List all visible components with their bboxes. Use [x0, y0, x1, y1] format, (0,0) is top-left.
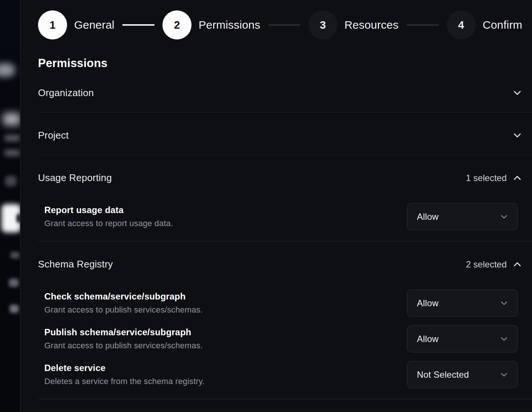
blurred-nav-pill	[0, 63, 15, 77]
permission-row: Publish schema/service/subgraph Grant ac…	[38, 325, 532, 352]
permission-description: Deletes a service from the schema regist…	[44, 377, 205, 386]
step-label: Resources	[345, 19, 399, 31]
wizard-panel: 1 General 2 Permissions 3 Resources 4 Co…	[20, 0, 532, 412]
app-root: 1 General 2 Permissions 3 Resources 4 Co…	[0, 0, 532, 412]
permission-select[interactable]: Allow	[407, 289, 518, 317]
selected-count-badge: 2 selected	[466, 259, 507, 270]
chevron-down-icon	[500, 299, 509, 308]
permission-text: Check schema/service/subgraph Grant acce…	[44, 291, 203, 315]
section-header-right	[512, 130, 522, 140]
page-title: Permissions	[38, 57, 532, 70]
chevron-down-icon	[500, 212, 509, 221]
section-divider	[38, 399, 532, 399]
permission-description: Grant access to publish services/schemas…	[44, 341, 203, 351]
section-header-right: 2 selected	[466, 259, 522, 270]
stepper-step-confirm[interactable]: 4 Confirm	[447, 10, 522, 39]
blurred-text-line	[4, 135, 20, 141]
section-title: Schema Registry	[38, 259, 113, 270]
permission-section-organization: Organization	[38, 70, 532, 112]
chevron-down-icon	[500, 335, 509, 343]
section-header[interactable]: Project	[38, 112, 532, 155]
permission-row: Delete service Deletes a service from th…	[38, 361, 532, 388]
blurred-square-icon	[5, 176, 16, 186]
permission-text: Delete service Deletes a service from th…	[44, 363, 205, 386]
select-value: Not Selected	[417, 370, 469, 380]
stepper-step-permissions[interactable]: 2 Permissions	[162, 10, 260, 39]
permission-title: Report usage data	[44, 205, 173, 215]
permission-sections: Organization Project Usage Rep	[38, 70, 532, 399]
permission-title: Check schema/service/subgraph	[44, 291, 203, 302]
section-header[interactable]: Schema Registry 2 selected	[38, 241, 532, 270]
step-label: General	[74, 19, 114, 31]
permission-row: Report usage data Grant access to report…	[38, 203, 532, 230]
chevron-down-icon	[500, 370, 509, 379]
section-title: Project	[38, 130, 69, 141]
blurred-text-bold	[3, 113, 20, 126]
step-connector	[122, 24, 155, 26]
permission-rows: Check schema/service/subgraph Grant acce…	[38, 289, 532, 388]
blurred-letter	[16, 214, 20, 223]
chevron-down-icon[interactable]	[512, 130, 522, 140]
step-connector	[406, 24, 439, 26]
step-label: Permissions	[199, 19, 260, 31]
chevron-up-icon[interactable]	[512, 173, 522, 183]
permission-select[interactable]: Allow	[407, 203, 518, 230]
section-header-right	[512, 88, 522, 98]
chevron-down-icon[interactable]	[512, 88, 522, 98]
permission-title: Publish schema/service/subgraph	[44, 327, 203, 337]
blurred-text-line	[10, 305, 19, 313]
wizard-stepper: 1 General 2 Permissions 3 Resources 4 Co…	[38, 10, 532, 39]
step-number: 2	[162, 10, 191, 39]
stepper-step-resources[interactable]: 3 Resources	[308, 10, 399, 39]
select-value: Allow	[417, 298, 438, 308]
permission-select[interactable]: Not Selected	[407, 361, 518, 388]
select-value: Allow	[417, 334, 438, 344]
blurred-app-background	[0, 0, 20, 412]
permission-text: Report usage data Grant access to report…	[44, 205, 173, 228]
section-header[interactable]: Organization	[38, 70, 532, 112]
section-title: Usage Reporting	[38, 172, 112, 184]
permission-section-project: Project	[38, 112, 532, 155]
chevron-up-icon[interactable]	[512, 259, 522, 269]
permission-row: Check schema/service/subgraph Grant acce…	[38, 289, 532, 317]
step-number: 4	[447, 10, 476, 39]
permission-description: Grant access to publish services/schemas…	[44, 305, 203, 315]
step-label: Confirm	[483, 19, 522, 31]
select-value: Allow	[417, 212, 438, 222]
permission-section-usage-reporting: Usage Reporting 1 selected Report usage …	[38, 155, 532, 241]
permission-text: Publish schema/service/subgraph Grant ac…	[44, 327, 203, 351]
selected-count-badge: 1 selected	[466, 173, 507, 183]
step-connector	[268, 24, 301, 26]
blurred-text-line	[4, 150, 20, 156]
section-header[interactable]: Usage Reporting 1 selected	[38, 155, 532, 184]
blurred-text-line	[10, 252, 19, 259]
permission-description: Grant access to report usage data.	[44, 219, 173, 228]
permission-title: Delete service	[44, 363, 205, 373]
permission-rows: Report usage data Grant access to report…	[38, 203, 532, 230]
step-number: 3	[308, 10, 338, 39]
section-title: Organization	[38, 87, 94, 99]
step-number: 1	[38, 10, 67, 39]
blurred-text-line	[9, 279, 19, 287]
permission-select[interactable]: Allow	[407, 325, 518, 352]
permission-section-schema-registry: Schema Registry 2 selected Check schema/…	[38, 241, 532, 399]
section-header-right: 1 selected	[466, 173, 522, 183]
stepper-step-general[interactable]: 1 General	[38, 10, 114, 39]
